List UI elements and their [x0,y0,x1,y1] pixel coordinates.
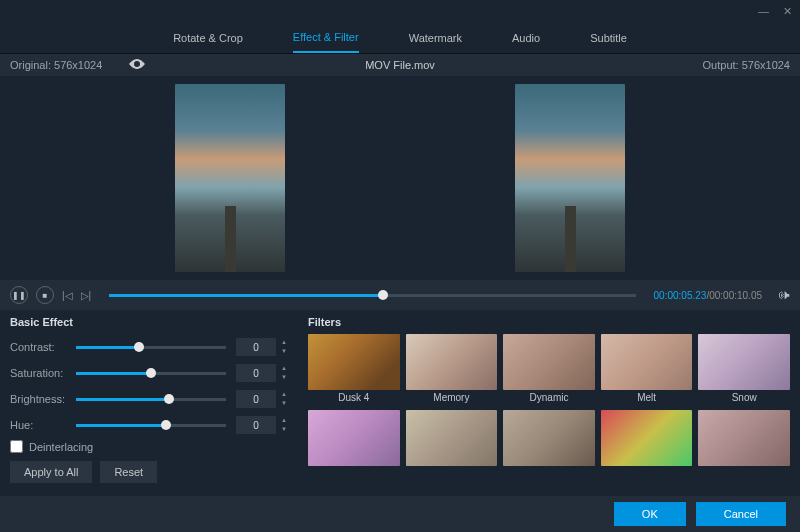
hue-up[interactable]: ▲ [278,416,290,425]
saturation-slider[interactable] [76,372,226,375]
saturation-up[interactable]: ▲ [278,364,290,373]
seek-handle[interactable] [378,290,388,300]
contrast-slider[interactable] [76,346,226,349]
footer: OK Cancel [0,496,800,532]
contrast-up[interactable]: ▲ [278,338,290,347]
brightness-input[interactable] [236,390,276,408]
filters-panel: Filters Dusk 4 Memory Dynamic Melt Snow [308,316,790,486]
filter-item[interactable] [503,410,595,466]
pause-button[interactable]: ❚❚ [10,286,28,304]
filter-label: Melt [601,392,693,404]
original-preview [175,84,285,272]
filter-dynamic[interactable] [503,334,595,390]
filter-label: Dusk 4 [308,392,400,404]
info-row: Original: 576x1024 MOV File.mov Output: … [0,54,800,76]
reset-button[interactable]: Reset [100,461,157,483]
preview-row [0,76,800,280]
hue-input[interactable] [236,416,276,434]
filter-snow[interactable] [698,334,790,390]
brightness-label: Brightness: [10,393,76,405]
deinterlacing-label: Deinterlacing [29,441,93,453]
filter-memory[interactable] [406,334,498,390]
next-frame-button[interactable]: ▷| [81,290,92,301]
basic-effect-panel: Basic Effect Contrast: ▲▼ Saturation: ▲▼… [10,316,290,486]
filter-item[interactable] [601,410,693,466]
output-size-label: Output: 576x1024 [703,59,790,71]
filter-item[interactable] [406,410,498,466]
filter-item[interactable] [698,410,790,466]
brightness-up[interactable]: ▲ [278,390,290,399]
tab-watermark[interactable]: Watermark [409,24,462,52]
filter-melt[interactable] [601,334,693,390]
tab-rotate-crop[interactable]: Rotate & Crop [173,24,243,52]
playback-controls: ❚❚ ■ |◁ ▷| 00:00:05.23/00:00:10.05 🕪 [0,280,800,310]
cancel-button[interactable]: Cancel [696,502,786,526]
tab-effect-filter[interactable]: Effect & Filter [293,23,359,53]
volume-icon[interactable]: 🕪 [778,288,790,302]
close-button[interactable]: ✕ [783,5,792,18]
saturation-input[interactable] [236,364,276,382]
saturation-label: Saturation: [10,367,76,379]
original-size-label: Original: 576x1024 [10,59,102,71]
hue-slider[interactable] [76,424,226,427]
hue-label: Hue: [10,419,76,431]
brightness-down[interactable]: ▼ [278,399,290,408]
filter-dusk4[interactable] [308,334,400,390]
output-preview [515,84,625,272]
filters-heading: Filters [308,316,790,328]
tab-bar: Rotate & Crop Effect & Filter Watermark … [0,22,800,54]
prev-frame-button[interactable]: |◁ [62,290,73,301]
hue-down[interactable]: ▼ [278,425,290,434]
ok-button[interactable]: OK [614,502,686,526]
seek-slider[interactable] [109,294,635,297]
preview-toggle-icon[interactable] [129,59,145,71]
filter-label: Dynamic [503,392,595,404]
deinterlacing-checkbox[interactable] [10,440,23,453]
filter-item[interactable] [308,410,400,466]
filter-label: Snow [698,392,790,404]
filename-label: MOV File.mov [365,59,435,71]
saturation-down[interactable]: ▼ [278,373,290,382]
tab-audio[interactable]: Audio [512,24,540,52]
apply-to-all-button[interactable]: Apply to All [10,461,92,483]
basic-effect-heading: Basic Effect [10,316,290,328]
tab-subtitle[interactable]: Subtitle [590,24,627,52]
minimize-button[interactable]: — [758,5,769,17]
timecode: 00:00:05.23/00:00:10.05 [654,290,762,301]
contrast-input[interactable] [236,338,276,356]
filter-label: Memory [406,392,498,404]
contrast-label: Contrast: [10,341,76,353]
contrast-down[interactable]: ▼ [278,347,290,356]
brightness-slider[interactable] [76,398,226,401]
stop-button[interactable]: ■ [36,286,54,304]
